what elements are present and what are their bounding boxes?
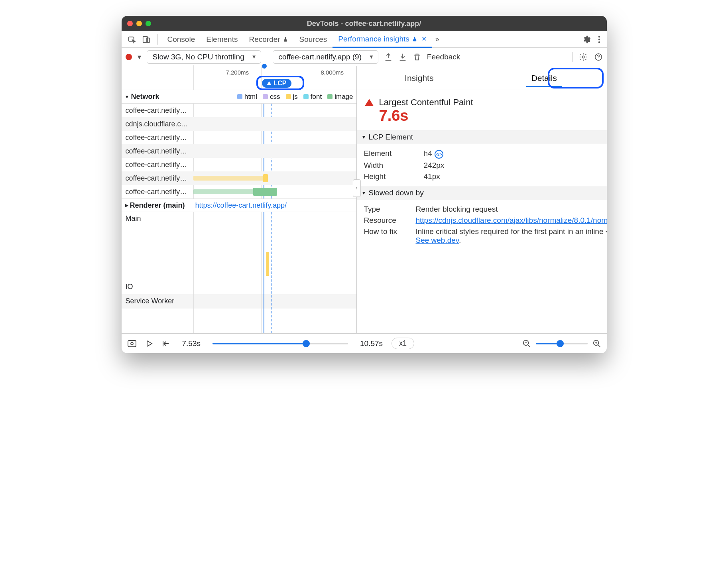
skip-back-icon[interactable] <box>161 340 169 347</box>
lcp-element-header[interactable]: ▼LCP Element <box>357 130 607 144</box>
renderer-row-main[interactable]: Main <box>122 212 356 280</box>
zoom-slider[interactable] <box>536 343 588 344</box>
legend-swatch-image <box>327 94 333 99</box>
inspect-element-icon[interactable] <box>127 34 137 45</box>
renderer-url[interactable]: https://coffee-cart.netlify.app/ <box>195 201 287 210</box>
play-icon[interactable] <box>146 340 153 347</box>
network-row[interactable]: coffee-cart.netlify… <box>122 158 356 171</box>
recording-select[interactable]: coffee-cart.netlify.app (9) ▼ <box>273 50 378 64</box>
throttling-select[interactable]: Slow 3G, No CPU throttling ▼ <box>147 50 261 64</box>
renderer-section-header[interactable]: ▶ Renderer (main) https://coffee-cart.ne… <box>122 199 356 212</box>
lcp-badge-label: LCP <box>274 80 287 87</box>
zoom-in-icon[interactable] <box>592 339 601 348</box>
howto-text: . <box>459 236 461 244</box>
reveal-element-icon[interactable]: </> <box>435 150 443 159</box>
settings-gear-icon[interactable] <box>579 53 588 61</box>
tab-elements[interactable]: Elements <box>201 31 243 48</box>
panel-expand-handle[interactable]: › <box>353 179 361 197</box>
tab-label: Sources <box>299 35 327 44</box>
network-row[interactable]: cdnjs.cloudflare.c… <box>122 117 356 131</box>
device-toolbar-icon[interactable] <box>141 34 152 45</box>
ruler-tick: 7,200ms <box>226 69 249 76</box>
tab-performance-insights[interactable]: Performance insights ✕ <box>333 31 432 48</box>
window-title: DevTools - coffee-cart.netlify.app/ <box>122 20 607 28</box>
tab-console[interactable]: Console <box>162 31 201 48</box>
trash-icon[interactable] <box>413 53 421 61</box>
toolbar: ▾ Slow 3G, No CPU throttling ▼ coffee-ca… <box>122 48 607 66</box>
legend-swatch-css <box>263 94 268 99</box>
renderer-row-io[interactable]: IO <box>122 280 356 294</box>
kv-key: Height <box>364 172 420 181</box>
zoom-level[interactable]: x1 <box>392 338 414 349</box>
legend-swatch-font <box>303 94 309 99</box>
kv-key: How to fix <box>364 227 412 245</box>
tab-label: Recorder <box>249 35 280 44</box>
network-section-header[interactable]: ▼ Network html css js font image <box>122 90 356 104</box>
main-area: › 7,200ms 8,000ms LCP ▼ Network html css… <box>122 66 607 333</box>
screenshot-icon[interactable] <box>127 340 137 348</box>
timeline-panel: › 7,200ms 8,000ms LCP ▼ Network html css… <box>122 66 357 333</box>
kebab-menu-icon[interactable] <box>598 35 600 44</box>
gear-icon[interactable] <box>582 35 591 44</box>
start-time-label: 7.53s <box>182 339 201 348</box>
tab-label: Elements <box>206 35 238 44</box>
slowed-down-header[interactable]: ▼Slowed down by <box>357 186 607 200</box>
flask-icon <box>283 37 288 42</box>
lcp-element-section: ▼LCP Element Element h4</> Width 242px H… <box>357 130 607 186</box>
lcp-marker-badge[interactable]: LCP <box>262 79 291 88</box>
network-row[interactable]: coffee-cart.netlify… <box>122 185 356 199</box>
lcp-summary: Largest Contentful Paint 7.6s <box>357 90 607 130</box>
kv-key: Resource <box>364 216 412 225</box>
flask-icon <box>412 36 417 42</box>
kv-key: Element <box>364 149 420 159</box>
download-icon[interactable] <box>398 53 407 61</box>
network-row[interactable]: coffee-cart.netlify… <box>122 131 356 144</box>
record-menu-caret[interactable]: ▾ <box>138 53 141 61</box>
network-row-name: coffee-cart.netlify… <box>122 106 193 115</box>
slowed-down-section: ▼Slowed down by Type Render blocking req… <box>357 186 607 250</box>
end-time-label: 10.57s <box>360 339 383 348</box>
zoom-out-icon[interactable] <box>522 339 531 348</box>
warning-triangle-icon <box>365 99 374 106</box>
element-tag[interactable]: h4 <box>424 149 432 157</box>
svg-point-3 <box>598 35 600 37</box>
network-bar-image <box>253 188 277 196</box>
network-header-label: Network <box>131 92 159 101</box>
task-bar <box>266 252 269 276</box>
network-rows: coffee-cart.netlify… cdnjs.cloudflare.c…… <box>122 104 356 199</box>
record-button[interactable] <box>126 54 132 60</box>
feedback-link[interactable]: Feedback <box>427 53 460 61</box>
webdev-link[interactable]: See web.dev <box>416 236 459 244</box>
tab-label: Insights <box>405 73 433 83</box>
chevron-down-icon: ▼ <box>252 54 257 60</box>
svg-point-6 <box>582 56 584 58</box>
svg-point-4 <box>598 38 600 40</box>
more-tabs-icon[interactable]: » <box>435 35 439 43</box>
network-legend: html css js font image <box>237 93 353 101</box>
kv-value: 41px <box>424 172 600 181</box>
time-scrubber[interactable] <box>212 343 348 344</box>
disclosure-triangle-icon: ▼ <box>362 190 366 196</box>
legend-label: css <box>270 93 280 101</box>
right-panel-tabs: Insights Details <box>357 66 607 90</box>
resource-link[interactable]: https://cdnjs.cloudflare.com/ajax/libs/n… <box>416 216 607 224</box>
renderer-header-label: Renderer (main) <box>130 201 185 210</box>
playhead-icon[interactable] <box>262 64 267 69</box>
network-row[interactable]: coffee-cart.netlify… <box>122 171 356 185</box>
legend-label: image <box>334 93 353 101</box>
tab-insights[interactable]: Insights <box>357 66 482 90</box>
upload-icon[interactable] <box>384 53 393 61</box>
help-icon[interactable] <box>594 53 603 61</box>
network-row-name: coffee-cart.netlify… <box>122 161 193 169</box>
close-icon[interactable]: ✕ <box>421 35 427 43</box>
timeline-ruler[interactable]: 7,200ms 8,000ms LCP <box>122 66 356 90</box>
network-bar-js <box>263 174 268 182</box>
devtools-tabstrip: Console Elements Recorder Sources Perfor… <box>122 31 607 48</box>
network-row[interactable]: coffee-cart.netlify… <box>122 104 356 117</box>
tab-sources[interactable]: Sources <box>294 31 333 48</box>
tab-recorder[interactable]: Recorder <box>243 31 293 48</box>
network-row[interactable]: coffee-cart.netlify… <box>122 144 356 158</box>
renderer-row-sw[interactable]: Service Worker <box>122 294 356 309</box>
bottom-bar: 7.53s 10.57s x1 <box>122 333 607 353</box>
triangle-icon <box>267 81 272 85</box>
